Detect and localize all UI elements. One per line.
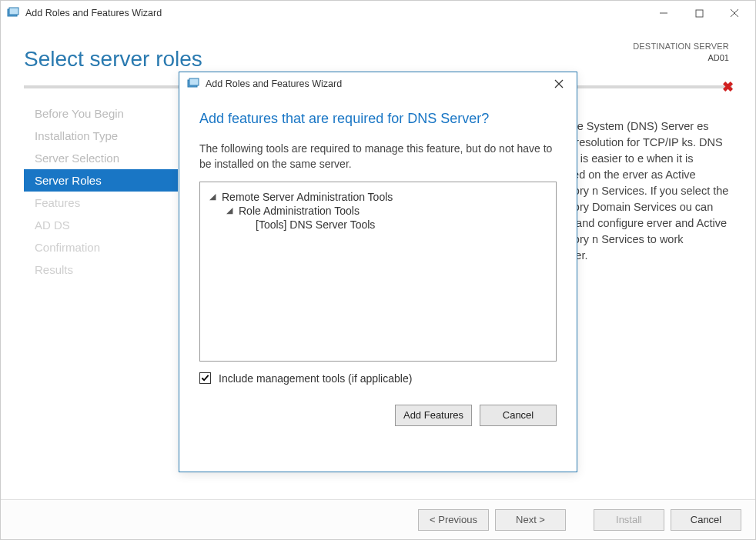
- next-button[interactable]: Next >: [495, 509, 566, 531]
- tree-item[interactable]: [Tools] DNS Server Tools: [243, 218, 547, 232]
- minimize-button[interactable]: [646, 2, 681, 25]
- svg-rect-7: [189, 78, 199, 85]
- svg-rect-3: [696, 10, 703, 17]
- sidebar-item-server-roles[interactable]: Server Roles: [24, 169, 178, 192]
- wizard-footer: < Previous Next > Install Cancel: [1, 499, 755, 539]
- sidebar-item-confirmation[interactable]: Confirmation: [24, 236, 178, 258]
- svg-rect-1: [9, 8, 18, 15]
- maximize-button[interactable]: [681, 2, 717, 25]
- expand-icon[interactable]: ◢: [209, 192, 219, 202]
- dialog-heading: Add features that are required for DNS S…: [199, 111, 557, 127]
- dialog-close-button[interactable]: [546, 75, 572, 93]
- tree-item[interactable]: ◢ Role Administration Tools: [226, 204, 547, 218]
- window-title: Add Roles and Features Wizard: [25, 8, 646, 18]
- tree-item[interactable]: ◢ Remote Server Administration Tools: [209, 190, 547, 204]
- sidebar-item-before-you-begin[interactable]: Before You Begin: [24, 102, 178, 125]
- add-features-button[interactable]: Add Features: [395, 405, 472, 426]
- cancel-button[interactable]: Cancel: [671, 509, 741, 531]
- include-tools-label: Include management tools (if applicable): [219, 372, 412, 385]
- include-tools-checkbox-row[interactable]: Include management tools (if applicable): [199, 372, 557, 385]
- destination-name: AD01: [633, 52, 729, 64]
- page-title: Select server roles: [24, 47, 732, 72]
- sidebar-item-ad-ds[interactable]: AD DS: [24, 214, 178, 236]
- sidebar-item-features[interactable]: Features: [24, 192, 178, 214]
- dialog-title: Add Roles and Features Wizard: [206, 78, 546, 89]
- sidebar-item-server-selection[interactable]: Server Selection: [24, 147, 178, 169]
- app-icon: [7, 7, 19, 19]
- close-button[interactable]: [717, 2, 752, 25]
- install-button[interactable]: Install: [594, 509, 664, 531]
- wizard-steps-sidebar: Before You Begin Installation Type Serve…: [24, 102, 178, 472]
- destination-server: DESTINATION SERVER AD01: [633, 41, 729, 64]
- dialog-titlebar: Add Roles and Features Wizard: [179, 72, 577, 95]
- tree-item-label: Remote Server Administration Tools: [222, 191, 393, 203]
- error-icon: ✖: [722, 78, 734, 95]
- tree-item-label: [Tools] DNS Server Tools: [256, 218, 375, 231]
- titlebar: Add Roles and Features Wizard: [1, 1, 755, 25]
- expand-icon[interactable]: ◢: [226, 205, 236, 215]
- add-features-dialog: Add Roles and Features Wizard Add featur…: [179, 72, 577, 472]
- dialog-app-icon: [187, 78, 199, 90]
- tree-item-label: Role Administration Tools: [239, 205, 360, 217]
- features-tree[interactable]: ◢ Remote Server Administration Tools ◢ R…: [199, 182, 557, 362]
- sidebar-item-installation-type[interactable]: Installation Type: [24, 125, 178, 147]
- destination-label: DESTINATION SERVER: [633, 41, 729, 52]
- dialog-cancel-button[interactable]: Cancel: [480, 405, 557, 426]
- include-tools-checkbox[interactable]: [199, 372, 211, 384]
- sidebar-item-results[interactable]: Results: [24, 258, 178, 281]
- dialog-message: The following tools are required to mana…: [199, 141, 557, 172]
- previous-button[interactable]: < Previous: [418, 509, 489, 531]
